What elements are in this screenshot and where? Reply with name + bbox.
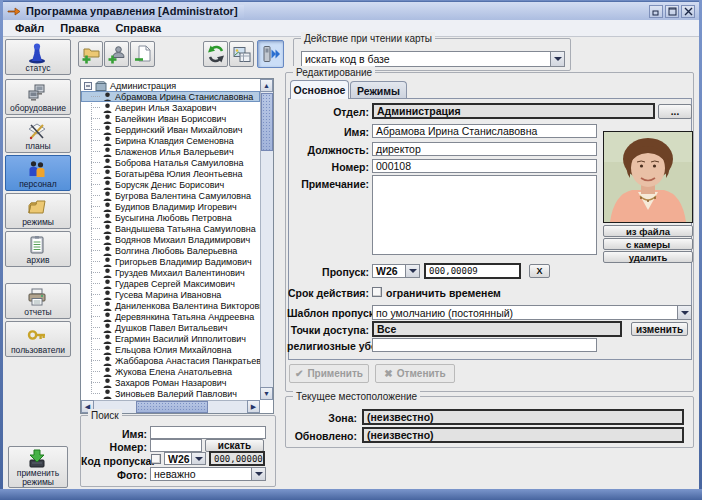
person-icon: [103, 290, 112, 300]
tree-person-row[interactable]: Захаров Роман Назарович: [81, 377, 260, 388]
close-button[interactable]: [681, 5, 695, 18]
search-passcode-checkbox[interactable]: [151, 454, 161, 464]
pass-clear-button[interactable]: X: [529, 264, 550, 278]
minimize-button[interactable]: [649, 5, 663, 18]
search-passcode-input[interactable]: 000,00000: [209, 451, 265, 466]
religion-field[interactable]: [372, 338, 597, 352]
apply-modes-button[interactable]: применить режимы: [8, 446, 68, 488]
pass-format-combobox[interactable]: W26: [372, 264, 420, 278]
tree-person-row[interactable]: Волгина Любовь Валерьевна: [81, 245, 260, 256]
location-group-label: Текущее местоположение: [293, 390, 420, 403]
cancel-button[interactable]: ✖ Отменить: [375, 364, 455, 383]
sidebar-item-equipment[interactable]: оборудование: [5, 79, 71, 115]
sidebar-item-users[interactable]: пользователи: [5, 321, 71, 357]
search-photo-combobox[interactable]: неважно: [150, 467, 266, 481]
tree-expand-handle[interactable]: [84, 82, 92, 90]
horizontal-scroll-thumb[interactable]: [136, 401, 208, 413]
search-name-input[interactable]: [150, 426, 266, 439]
tree-person-row[interactable]: Егармин Василий Ипполитович: [81, 333, 260, 344]
chevron-down-icon[interactable]: [550, 52, 564, 66]
sidebar-item-plans[interactable]: планы: [5, 117, 71, 153]
card-action-combobox[interactable]: искать код в базе: [301, 51, 565, 67]
pass-template-value: по умолчанию (постоянный): [373, 306, 677, 319]
tree-person-row[interactable]: Жаббарова Анастасия Панкратьевна: [81, 355, 260, 366]
tree-person-row[interactable]: Водянов Михаил Владимирович: [81, 234, 260, 245]
tree-person-row[interactable]: Боброва Наталья Самуиловна: [81, 157, 260, 168]
photo-delete-button[interactable]: удалить: [603, 251, 693, 263]
person-icon: [103, 103, 112, 113]
tree-person-row[interactable]: Борусяк Денис Борисович: [81, 179, 260, 190]
plans-icon: [26, 120, 48, 142]
sidebar-item-archive[interactable]: архив: [5, 231, 71, 267]
tree-person-row[interactable]: Душков Павел Витальевич: [81, 322, 260, 333]
menu-help[interactable]: Справка: [107, 21, 169, 35]
tree-person-row[interactable]: Груздев Михаил Валентинович: [81, 267, 260, 278]
scroll-up-icon[interactable]: ▲: [260, 79, 273, 92]
tree-person-row[interactable]: Зиновьев Валерий Павлович: [81, 388, 260, 399]
person-icon: [103, 378, 112, 388]
note-textarea[interactable]: [372, 175, 597, 255]
search-number-input[interactable]: [150, 439, 202, 452]
tree-person-row[interactable]: Гударев Сергей Максимович: [81, 278, 260, 289]
scroll-right-icon[interactable]: ▶: [247, 400, 260, 413]
tree-person-row[interactable]: Жукова Елена Анатольевна: [81, 366, 260, 377]
photo-from-camera-button[interactable]: с камеры: [603, 238, 693, 250]
tree-person-row[interactable]: Григорьев Владимир Вадимович: [81, 256, 260, 267]
tree-person-row[interactable]: Будипов Владимир Игоревич: [81, 201, 260, 212]
photo-from-file-button[interactable]: из файла: [603, 225, 693, 237]
tree-person-row[interactable]: Ельцова Юлия Михайловна: [81, 344, 260, 355]
tree-person-row[interactable]: Гусева Марина Ивановна: [81, 289, 260, 300]
tree-connector: [91, 305, 100, 306]
chevron-down-icon[interactable]: [677, 306, 691, 319]
pass-code-input[interactable]: 000,00009: [424, 263, 521, 279]
tree-person-row[interactable]: Балейкин Иван Борисович: [81, 113, 260, 124]
tab-modes[interactable]: Режимы: [350, 81, 407, 99]
chevron-down-icon[interactable]: [251, 468, 265, 480]
title-bar[interactable]: Программа управления [Administrator]: [3, 2, 699, 20]
chevron-down-icon[interactable]: [191, 453, 205, 464]
name-field[interactable]: Абрамова Ирина Станиславовна: [372, 124, 597, 138]
sidebar-item-personnel[interactable]: персонал: [5, 155, 71, 191]
position-field[interactable]: директор: [372, 142, 597, 156]
tab-main[interactable]: Основное: [290, 80, 349, 99]
add-department-button[interactable]: [78, 41, 103, 67]
export-button[interactable]: [229, 41, 254, 67]
zone-label: Зона:: [287, 412, 357, 424]
maximize-button[interactable]: [665, 5, 679, 18]
sidebar-item-modes[interactable]: режимы: [5, 193, 71, 229]
tree-person-row[interactable]: Абрамова Ирина Станиславовна: [81, 91, 260, 102]
department-browse-button[interactable]: ...: [658, 104, 692, 119]
search-passcode-format-combobox[interactable]: W26: [164, 452, 206, 465]
menu-edit[interactable]: Правка: [52, 21, 107, 35]
tree-person-row[interactable]: Богатырёва Юлия Леонтьевна: [81, 168, 260, 179]
tree-person-row[interactable]: Блаженов Илья Валерьевич: [81, 146, 260, 157]
limit-time-checkbox-label[interactable]: ограничить временем: [386, 287, 526, 299]
tree-person-row[interactable]: Аверин Илья Захарович: [81, 102, 260, 113]
tree-person-row[interactable]: Бусыгина Любовь Петровна: [81, 212, 260, 223]
sidebar-item-status[interactable]: статус: [5, 39, 71, 75]
tree-vertical-scrollbar[interactable]: ▲ ▼: [260, 79, 273, 400]
tree-person-row[interactable]: Бердинский Иван Михайлович: [81, 124, 260, 135]
tree-person-row[interactable]: Деревянкина Татьяна Андреевна: [81, 311, 260, 322]
person-icon: [103, 268, 112, 278]
add-person-button[interactable]: [104, 41, 129, 67]
card-reader-toggle-button[interactable]: [257, 40, 284, 68]
apply-button[interactable]: ✔ Применить: [289, 364, 369, 383]
tree-person-row[interactable]: Вандышева Татьяна Самуиловна: [81, 223, 260, 234]
access-points-change-button[interactable]: изменить: [631, 322, 688, 336]
limit-time-checkbox[interactable]: [372, 287, 382, 297]
remove-button[interactable]: [130, 41, 155, 67]
pass-template-combobox[interactable]: по умолчанию (постоянный): [372, 305, 692, 320]
refresh-button[interactable]: [203, 41, 228, 67]
menu-file[interactable]: Файл: [7, 21, 52, 35]
tree-person-row[interactable]: Бугрова Валентина Самуиловна: [81, 190, 260, 201]
person-icon: [103, 257, 112, 267]
tree-person-row[interactable]: Даниленкова Валентина Викторовна: [81, 300, 260, 311]
tree-root-row[interactable]: Администрация: [81, 80, 260, 91]
chevron-down-icon[interactable]: [405, 265, 419, 277]
tree-person-row[interactable]: Бирина Клавдия Семеновна: [81, 135, 260, 146]
number-field[interactable]: 000108: [372, 159, 597, 173]
scroll-down-icon[interactable]: ▼: [260, 387, 273, 400]
vertical-scroll-thumb[interactable]: [261, 93, 273, 151]
sidebar-item-reports[interactable]: отчеты: [5, 283, 71, 319]
